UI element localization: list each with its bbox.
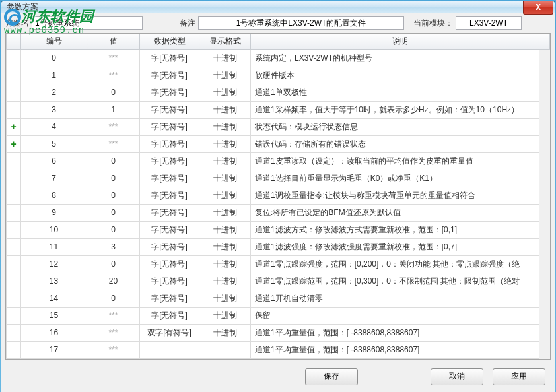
cell-value[interactable]: *** bbox=[87, 67, 140, 84]
col-number[interactable]: 编号 bbox=[21, 34, 87, 49]
cell-description[interactable]: 通道1单双极性 bbox=[251, 84, 550, 101]
cell-description[interactable]: 通道1选择目前重量显示为毛重（K0）或净重（K1） bbox=[251, 170, 550, 187]
table-row[interactable]: 31字[无符号]十进制通道1采样频率，值大于等于10时，就表示多少Hz。例如：值… bbox=[7, 101, 550, 118]
cell-description[interactable]: 复位:将所有已设定的BFM值还原为默认值 bbox=[251, 204, 550, 221]
cell-value[interactable]: 0 bbox=[87, 221, 140, 238]
cell-type[interactable]: 字[无符号] bbox=[140, 135, 199, 152]
cell-type[interactable]: 字[无符号] bbox=[140, 255, 199, 273]
titlebar[interactable]: 参数方案 X bbox=[1, 1, 555, 13]
cell-type[interactable]: 字[无符号] bbox=[140, 307, 199, 324]
cell-description[interactable]: 保留 bbox=[251, 307, 550, 324]
col-format[interactable]: 显示格式 bbox=[199, 34, 251, 49]
col-value[interactable]: 值 bbox=[87, 34, 140, 49]
cell-value[interactable]: 0 bbox=[87, 204, 140, 221]
table-row[interactable]: +4***字[无符号]十进制状态代码：模块运行状态信息 bbox=[7, 118, 550, 135]
cell-description[interactable]: 通道1采样频率，值大于等于10时，就表示多少Hz。例如：值为10（10Hz） bbox=[251, 101, 550, 118]
cell-type[interactable]: 字[无符号] bbox=[140, 290, 199, 307]
cell-description[interactable]: 通道1滤波方式：修改滤波方式需要重新校准，范围：[0,1] bbox=[251, 221, 550, 238]
table-row[interactable]: 70字[无符号]十进制通道1选择目前重量显示为毛重（K0）或净重（K1） bbox=[7, 170, 550, 187]
cell-type[interactable]: 字[无符号] bbox=[140, 187, 199, 204]
data-grid[interactable]: 编号 值 数据类型 显示格式 说明 0***字[无符号]十进制系统内定，LX3V… bbox=[5, 33, 551, 360]
cell-type[interactable]: 字[无符号] bbox=[140, 101, 199, 118]
cell-type[interactable]: 字[无符号] bbox=[140, 204, 199, 221]
cell-value[interactable]: 0 bbox=[87, 170, 140, 187]
cell-description[interactable]: 通道1零点跟踪范围，范围：[0,300]，0：不限制范围 其他：限制范围（绝对 bbox=[251, 273, 550, 290]
cell-format[interactable]: 十进制 bbox=[199, 307, 251, 324]
table-row[interactable]: 113字[无符号]十进制通道1滤波强度：修改滤波强度需要重新校准，范围：[0,7… bbox=[7, 238, 550, 255]
save-button[interactable]: 保存 bbox=[305, 368, 358, 385]
scheme-input[interactable] bbox=[32, 16, 143, 30]
col-type[interactable]: 数据类型 bbox=[140, 34, 199, 49]
col-expand[interactable] bbox=[7, 34, 21, 49]
cell-format[interactable]: 十进制 bbox=[199, 152, 251, 170]
cell-value[interactable]: 0 bbox=[87, 152, 140, 170]
table-row[interactable]: 17***通道1平均重量值，范围：[ -8388608,8388607] bbox=[7, 341, 550, 358]
table-row[interactable]: 0***字[无符号]十进制系统内定，LX3V-2WT的机种型号 bbox=[7, 49, 550, 67]
table-row[interactable]: 16***双字[有符号]十进制通道1平均重量值，范围：[ -8388608,83… bbox=[7, 324, 550, 341]
expand-icon[interactable]: + bbox=[11, 121, 16, 132]
table-row[interactable]: 1320字[无符号]十进制通道1零点跟踪范围，范围：[0,300]，0：不限制范… bbox=[7, 273, 550, 290]
cell-number[interactable]: 5 bbox=[21, 135, 87, 152]
cell-number[interactable]: 12 bbox=[21, 255, 87, 273]
vertical-scrollbar[interactable] bbox=[539, 50, 550, 359]
cell-value[interactable]: *** bbox=[87, 324, 140, 341]
cell-value[interactable]: 1 bbox=[87, 101, 140, 118]
cell-description[interactable]: 错误代码：存储所有的错误状态 bbox=[251, 135, 550, 152]
table-row[interactable]: 60字[无符号]十进制通道1皮重读取（设定）：读取当前的平均值作为皮重的重量值 bbox=[7, 152, 550, 170]
cell-number[interactable]: 7 bbox=[21, 170, 87, 187]
cell-description[interactable]: 通道1调校重量指令:让模块与称重模块荷重单元的重量值相符合 bbox=[251, 187, 550, 204]
cell-number[interactable]: 15 bbox=[21, 307, 87, 324]
cell-number[interactable]: 4 bbox=[21, 118, 87, 135]
cell-number[interactable]: 11 bbox=[21, 238, 87, 255]
cell-value[interactable]: 0 bbox=[87, 255, 140, 273]
cell-value[interactable]: *** bbox=[87, 135, 140, 152]
cell-value[interactable]: 3 bbox=[87, 238, 140, 255]
cell-format[interactable]: 十进制 bbox=[199, 238, 251, 255]
cancel-button[interactable]: 取消 bbox=[431, 368, 483, 385]
table-row[interactable]: 90字[无符号]十进制复位:将所有已设定的BFM值还原为默认值 bbox=[7, 204, 550, 221]
cell-description[interactable]: 软硬件版本 bbox=[251, 67, 550, 84]
table-row[interactable]: 120字[无符号]十进制通道1零点跟踪强度，范围：[0,200]，0：关闭功能 … bbox=[7, 255, 550, 273]
table-row[interactable]: 15***字[无符号]十进制保留 bbox=[7, 307, 550, 324]
cell-format[interactable]: 十进制 bbox=[199, 221, 251, 238]
cell-format[interactable]: 十进制 bbox=[199, 255, 251, 273]
cell-format[interactable]: 十进制 bbox=[199, 324, 251, 341]
apply-button[interactable]: 应用 bbox=[493, 368, 545, 385]
cell-type[interactable]: 字[无符号] bbox=[140, 170, 199, 187]
cell-number[interactable]: 13 bbox=[21, 273, 87, 290]
cell-description[interactable]: 状态代码：模块运行状态信息 bbox=[251, 118, 550, 135]
col-description[interactable]: 说明 bbox=[251, 34, 550, 49]
cell-value[interactable]: 0 bbox=[87, 84, 140, 101]
table-row[interactable]: +5***字[无符号]十进制错误代码：存储所有的错误状态 bbox=[7, 135, 550, 152]
cell-type[interactable]: 字[无符号] bbox=[140, 49, 199, 67]
cell-value[interactable]: 0 bbox=[87, 290, 140, 307]
cell-format[interactable]: 十进制 bbox=[199, 170, 251, 187]
expand-icon[interactable]: + bbox=[11, 139, 16, 149]
cell-type[interactable] bbox=[140, 341, 199, 358]
cell-number[interactable]: 14 bbox=[21, 290, 87, 307]
cell-description[interactable]: 通道1滤波强度：修改滤波强度需要重新校准，范围：[0,7] bbox=[251, 238, 550, 255]
cell-type[interactable]: 字[无符号] bbox=[140, 118, 199, 135]
cell-format[interactable]: 十进制 bbox=[199, 101, 251, 118]
cell-format[interactable]: 十进制 bbox=[199, 84, 251, 101]
cell-number[interactable]: 2 bbox=[21, 84, 87, 101]
cell-description[interactable]: 系统内定，LX3V-2WT的机种型号 bbox=[251, 49, 550, 67]
cell-type[interactable]: 双字[有符号] bbox=[140, 324, 199, 341]
table-row[interactable]: 80字[无符号]十进制通道1调校重量指令:让模块与称重模块荷重单元的重量值相符合 bbox=[7, 187, 550, 204]
cell-format[interactable]: 十进制 bbox=[199, 204, 251, 221]
table-row[interactable]: 1***字[无符号]十进制软硬件版本 bbox=[7, 67, 550, 84]
cell-format[interactable]: 十进制 bbox=[199, 135, 251, 152]
cell-value[interactable]: *** bbox=[87, 49, 140, 67]
cell-value[interactable]: *** bbox=[87, 341, 140, 358]
table-row[interactable]: 140字[无符号]十进制通道1开机自动清零 bbox=[7, 290, 550, 307]
cell-number[interactable]: 16 bbox=[21, 324, 87, 341]
table-row[interactable]: 100字[无符号]十进制通道1滤波方式：修改滤波方式需要重新校准，范围：[0,1… bbox=[7, 221, 550, 238]
cell-format[interactable]: 十进制 bbox=[199, 118, 251, 135]
cell-description[interactable]: 通道1零点跟踪强度，范围：[0,200]，0：关闭功能 其他：零点跟踪强度（绝 bbox=[251, 255, 550, 273]
cell-value[interactable]: 20 bbox=[87, 273, 140, 290]
cell-format[interactable]: 十进制 bbox=[199, 187, 251, 204]
cell-type[interactable]: 字[无符号] bbox=[140, 84, 199, 101]
cell-value[interactable]: *** bbox=[87, 118, 140, 135]
cell-description[interactable]: 通道1平均重量值，范围：[ -8388608,8388607] bbox=[251, 324, 550, 341]
cell-number[interactable]: 17 bbox=[21, 341, 87, 358]
